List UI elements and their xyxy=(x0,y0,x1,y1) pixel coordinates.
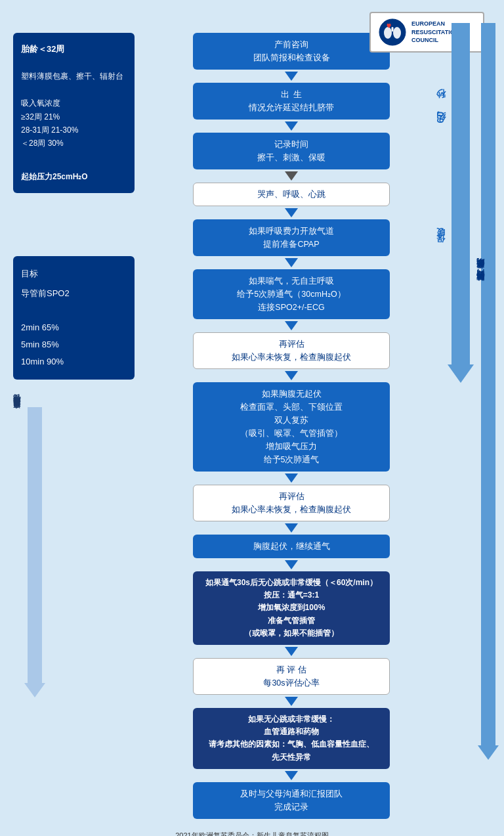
oxygen-arrow-col xyxy=(24,407,45,697)
time-arrow-shaft xyxy=(452,23,470,364)
erc-logo-icon xyxy=(379,18,406,46)
flow-box-airway: 如果呼吸费力开放气道提前准备CPAP xyxy=(193,219,390,256)
spo2-subtitle: 导管前SPO2 xyxy=(21,285,127,302)
oxygen-arrow-shaft xyxy=(28,407,42,683)
left-info-box-1: 胎龄＜32周 塑料薄膜包裹、擦干、辐射台 吸入氧浓度 ≥32周 21% 28-3… xyxy=(13,33,135,193)
svg-point-1 xyxy=(384,27,392,39)
left-info-box-2: 目标 导管前SPO2 2min 65% 5min 85% 10min 90% xyxy=(13,256,135,380)
flow-box-no-heartbeat: 如果无心跳或非常缓慢： 血管通路和药物 请考虑其他的因素如：气胸、低血容量性血症… xyxy=(193,708,390,769)
svg-point-2 xyxy=(393,27,401,39)
arrow-3 xyxy=(285,171,298,181)
svg-point-0 xyxy=(379,19,406,45)
spo2-2min: 2min 65% xyxy=(21,319,127,336)
arrow-6 xyxy=(285,321,298,330)
right-query-arrow-area xyxy=(472,23,504,760)
query-arrow-shaft xyxy=(481,23,495,745)
arrow-1 xyxy=(285,72,298,81)
flow-box-30s-compressions: 如果通气30s后无心跳或非常缓慢（＜60次/min） 按压：通气=3:1 增加氧… xyxy=(193,571,390,645)
spo2-5min: 5min 85% xyxy=(21,336,127,353)
arrow-10 xyxy=(285,560,298,569)
timing-60s-label: 约 60 秒 xyxy=(434,105,446,128)
starting-pressure: 起始压力25cmH₂O xyxy=(21,170,127,183)
svg-rect-3 xyxy=(392,27,394,32)
arrow-2 xyxy=(285,121,298,131)
arrow-9 xyxy=(285,523,298,533)
oxygen-label: 滴定氧浓度以达到目标饱合 xyxy=(12,407,22,415)
flow-box-record: 记录时间擦干、刺激、保暖 xyxy=(193,133,390,169)
flow-box-gasp: 如果喘气，无自主呼吸给予5次肺通气（30cmH₂O）连接SPO2+/-ECG xyxy=(193,269,390,319)
flow-box-reassess-1: 再评估如果心率未恢复，检查胸腹起伏 xyxy=(193,332,390,369)
left-oxygen-arrow-wrapper: 滴定氧浓度以达到目标饱合 xyxy=(12,407,45,697)
flow-box-cry-breath: 哭声、呼吸、心跳 xyxy=(193,183,390,206)
center-flow-chart: 产前咨询团队简报和检查设备 出 生情况允许延迟结扎脐带 记录时间擦干、刺激、保暖… xyxy=(138,13,445,819)
flow-box-chest-rise-continue: 胸腹起伏，继续通气 xyxy=(193,535,390,558)
query-text-label: 随时都进行询问：需要帮助吗？ xyxy=(476,263,486,288)
oxygen-concentration-title: 吸入氧浓度 xyxy=(21,97,127,110)
flow-box-reassess-3: 再 评 估每30s评估心率 xyxy=(193,658,390,695)
oxy-line-32: ≥32周 21% xyxy=(21,110,127,123)
arrow-12 xyxy=(285,697,298,706)
plastic-wrap-line: 塑料薄膜包裹、擦干、辐射台 xyxy=(21,70,127,83)
flow-box-chest-no-rise: 如果胸腹无起伏检查面罩、头部、下颌位置双人复苏（吸引、喉罩、气管插管）增加吸气压… xyxy=(193,382,390,472)
right-time-arrow xyxy=(452,23,470,383)
arrow-4 xyxy=(285,208,298,217)
flow-box-reassess-2: 再评估如果心率未恢复，检查胸腹起伏 xyxy=(193,485,390,521)
gestational-age-title: 胎龄＜32周 xyxy=(21,42,127,56)
footer-label: 2021年欧洲复苏委员会：新生儿童息复苏流程图 xyxy=(175,831,328,836)
flow-box-birth: 出 生情况允许延迟结扎脐带 xyxy=(193,83,390,120)
target-title: 目标 xyxy=(21,265,127,282)
query-arrow-head xyxy=(478,745,499,760)
arrow-5 xyxy=(285,258,298,267)
time-arrow-head xyxy=(448,364,474,383)
oxy-line-28: ＜28周 30% xyxy=(21,137,127,150)
flow-box-prenatal: 产前咨询团队简报和检查设备 xyxy=(193,33,390,70)
arrow-11 xyxy=(285,647,298,656)
spo2-10min: 10min 90% xyxy=(21,353,127,370)
baonuan-label: 保 暖 xyxy=(434,243,446,250)
arrow-8 xyxy=(285,473,298,483)
arrow-13 xyxy=(285,771,298,780)
footer-text: 2021年欧洲复苏委员会：新生儿童息复苏流程图 xyxy=(0,831,504,836)
oxygen-arrow-head xyxy=(24,683,45,697)
flow-box-communicate: 及时与父母沟通和汇报团队完成记录 xyxy=(193,782,390,819)
oxy-line-28-31: 28-31周 21-30% xyxy=(21,123,127,137)
arrow-7 xyxy=(285,371,298,380)
